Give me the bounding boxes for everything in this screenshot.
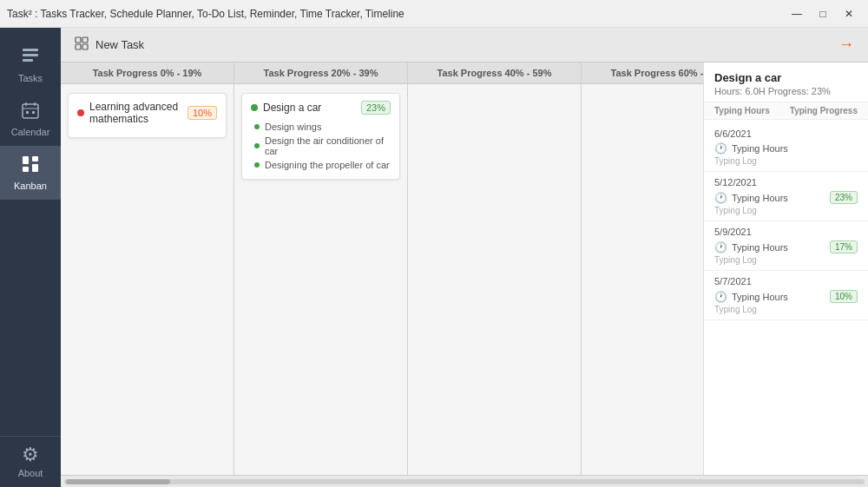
session-row-left-3: 🕐 Typing Hours bbox=[714, 291, 788, 303]
svg-rect-12 bbox=[32, 164, 38, 172]
session-row-left-0: 🕐 Typing Hours bbox=[714, 142, 788, 155]
arrow-button[interactable]: → bbox=[838, 36, 854, 54]
sidebar: Tasks Calendar bbox=[0, 28, 61, 487]
task-dot-t2 bbox=[251, 104, 258, 111]
typing-hours-label-2: Typing Hours bbox=[732, 242, 788, 253]
kanban-board: Task Progress 0% - 19% Learning advanced… bbox=[61, 63, 703, 475]
window-controls: — □ ✕ bbox=[785, 4, 861, 23]
subtask-label-t2-1: Design the air conditioner of car bbox=[265, 135, 391, 156]
subtask-t2-0: Design wings bbox=[254, 120, 391, 134]
sidebar-item-calendar[interactable]: Calendar bbox=[0, 92, 61, 146]
session-entry-3: 5/7/2021 🕐 Typing Hours 10% Typing Log bbox=[704, 271, 868, 320]
kanban-icon bbox=[21, 155, 40, 177]
svg-rect-7 bbox=[26, 111, 29, 114]
clock-icon-2: 🕐 bbox=[714, 241, 727, 253]
svg-rect-3 bbox=[23, 104, 38, 118]
session-row-2: 🕐 Typing Hours 17% bbox=[714, 240, 858, 253]
column-body-0: Learning advanced mathematics 10% bbox=[61, 84, 233, 475]
svg-rect-2 bbox=[23, 59, 33, 62]
horizontal-scrollbar[interactable] bbox=[61, 475, 868, 487]
task-card-t2[interactable]: Design a car 23% Design wings bbox=[241, 93, 400, 180]
scroll-thumb[interactable] bbox=[66, 479, 170, 484]
sidebar-label-kanban: Kanban bbox=[14, 181, 47, 191]
app-layout: Tasks Calendar bbox=[0, 28, 868, 487]
svg-rect-14 bbox=[82, 37, 88, 43]
session-badge-1: 23% bbox=[830, 191, 858, 204]
svg-rect-10 bbox=[32, 156, 38, 161]
task-title-row-t2: Design a car bbox=[251, 102, 321, 114]
column-header-3: Task Progress 60% - 79% bbox=[582, 63, 703, 84]
session-log-0: Typing Log bbox=[714, 156, 858, 166]
session-date-2: 5/9/2021 bbox=[714, 227, 858, 237]
column-header-0: Task Progress 0% - 19% bbox=[61, 63, 233, 84]
svg-rect-9 bbox=[23, 156, 29, 164]
sidebar-item-kanban[interactable]: Kanban bbox=[0, 146, 61, 200]
svg-rect-15 bbox=[76, 44, 81, 49]
session-date-1: 5/12/2021 bbox=[714, 177, 858, 188]
right-panel-header: Design a car Hours: 6.0H Progress: 23% bbox=[704, 63, 868, 102]
right-panel-title: Design a car bbox=[714, 71, 858, 84]
subtask-dot-t2-1 bbox=[254, 143, 260, 148]
right-panel-meta: Hours: 6.0H Progress: 23% bbox=[714, 86, 858, 96]
task-title-t2: Design a car bbox=[263, 102, 321, 114]
content-area: New Task → Task Progress 0% - 19% bbox=[61, 28, 868, 487]
svg-rect-16 bbox=[82, 44, 88, 49]
kanban-column-0: Task Progress 0% - 19% Learning advanced… bbox=[61, 63, 234, 475]
clock-icon-3: 🕐 bbox=[714, 291, 727, 303]
minimize-button[interactable]: — bbox=[785, 4, 809, 23]
close-button[interactable]: ✕ bbox=[837, 4, 861, 23]
session-log-1: Typing Log bbox=[714, 206, 858, 215]
session-row-left-1: 🕐 Typing Hours bbox=[714, 192, 788, 204]
new-task-label: New Task bbox=[95, 38, 144, 51]
task-card-t1[interactable]: Learning advanced mathematics 10% bbox=[68, 93, 227, 138]
svg-rect-13 bbox=[76, 37, 81, 43]
calendar-icon bbox=[21, 101, 40, 123]
task-title-row-t1: Learning advanced mathematics bbox=[77, 101, 187, 125]
session-log-2: Typing Log bbox=[714, 255, 858, 265]
task-badge-t1: 10% bbox=[187, 106, 217, 120]
task-card-header-t1: Learning advanced mathematics 10% bbox=[77, 101, 217, 125]
subtask-t2-1: Design the air conditioner of car bbox=[254, 134, 391, 158]
session-row-3: 🕐 Typing Hours 10% bbox=[714, 290, 858, 303]
kanban-column-3: Task Progress 60% - 79% bbox=[582, 63, 703, 475]
session-entry-2: 5/9/2021 🕐 Typing Hours 17% Typing Log bbox=[704, 221, 868, 271]
session-date-0: 6/6/2021 bbox=[714, 128, 858, 139]
title-bar: Task² : Tasks Tracker, Schedule Planner,… bbox=[0, 0, 868, 28]
task-badge-t2: 23% bbox=[361, 101, 391, 115]
new-task-icon bbox=[75, 36, 89, 53]
clock-icon-0: 🕐 bbox=[714, 142, 727, 155]
column-body-2 bbox=[408, 84, 581, 475]
typing-hours-label-0: Typing Hours bbox=[732, 143, 788, 154]
subtask-dot-t2-2 bbox=[254, 162, 260, 168]
svg-rect-11 bbox=[23, 167, 29, 172]
session-log-3: Typing Log bbox=[714, 305, 858, 314]
app-title: Task² : Tasks Tracker, Schedule Planner,… bbox=[7, 8, 404, 20]
sidebar-label-tasks: Tasks bbox=[18, 73, 43, 83]
column-header-1: Task Progress 20% - 39% bbox=[234, 63, 407, 84]
session-entry-0: 6/6/2021 🕐 Typing Hours Typing Log bbox=[704, 123, 868, 172]
subtask-dot-t2-0 bbox=[254, 124, 260, 129]
right-panel: Design a car Hours: 6.0H Progress: 23% T… bbox=[703, 63, 868, 475]
tasks-icon bbox=[20, 45, 41, 69]
typing-hours-label-3: Typing Hours bbox=[732, 292, 788, 302]
session-date-3: 5/7/2021 bbox=[714, 276, 858, 286]
subtask-label-t2-2: Designing the propeller of car bbox=[265, 160, 390, 170]
kanban-column-2: Task Progress 40% - 59% bbox=[408, 63, 582, 475]
svg-rect-8 bbox=[32, 111, 35, 114]
kanban-column-1: Task Progress 20% - 39% Design a car 23% bbox=[234, 63, 408, 475]
session-badge-3: 10% bbox=[830, 290, 858, 303]
sidebar-item-tasks[interactable]: Tasks bbox=[0, 36, 61, 92]
maximize-button[interactable]: □ bbox=[811, 4, 835, 23]
toolbar: New Task → bbox=[61, 28, 868, 63]
sidebar-item-about[interactable]: ⚙ About bbox=[0, 436, 61, 487]
session-row-left-2: 🕐 Typing Hours bbox=[714, 241, 788, 253]
task-title-t1: Learning advanced mathematics bbox=[89, 101, 187, 125]
scroll-track[interactable] bbox=[64, 479, 865, 484]
right-panel-col-headers: Typing Hours Typing Progress bbox=[704, 102, 868, 120]
kanban-wrapper: Task Progress 0% - 19% Learning advanced… bbox=[61, 63, 868, 475]
column-header-2: Task Progress 40% - 59% bbox=[408, 63, 581, 84]
right-panel-body: 6/6/2021 🕐 Typing Hours Typing Log 5/12/… bbox=[704, 120, 868, 475]
svg-rect-1 bbox=[23, 54, 38, 56]
about-icon: ⚙ bbox=[22, 445, 39, 464]
sidebar-label-calendar: Calendar bbox=[11, 127, 50, 137]
